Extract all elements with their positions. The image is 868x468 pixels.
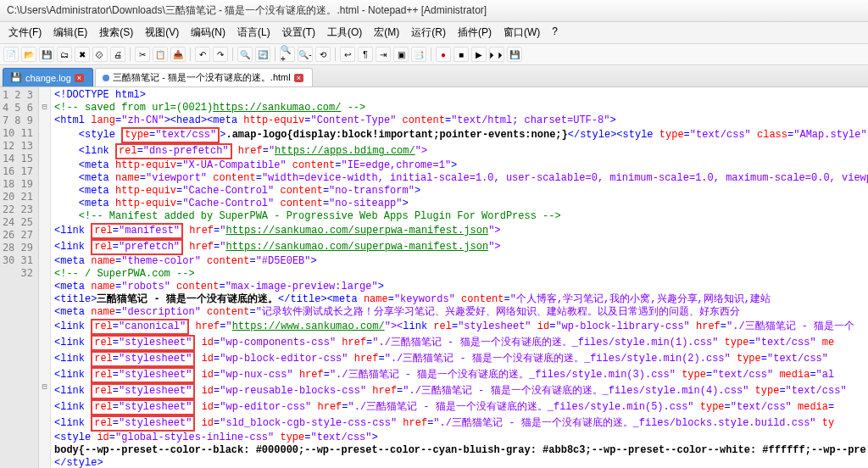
tab-close-icon[interactable]: × bbox=[75, 74, 84, 82]
code-text: link bbox=[60, 337, 91, 348]
tab-close-icon[interactable]: × bbox=[294, 74, 303, 82]
code-text: type bbox=[731, 353, 761, 365]
showall-icon[interactable]: ¶ bbox=[358, 47, 373, 62]
separator bbox=[335, 47, 336, 61]
code-text: "./三酷猫笔记 - 猫是一个没有谜底的迷。_files/blocks.styl… bbox=[433, 417, 815, 429]
code-text: link bbox=[85, 145, 115, 157]
sync-icon[interactable]: ⟲ bbox=[315, 47, 331, 62]
code-text: "./三酷猫笔记 - 猫是一个没有谜底的迷。_files/style.min(4… bbox=[403, 385, 748, 397]
code-text: = bbox=[109, 432, 115, 443]
copy-icon[interactable]: 📋 bbox=[153, 47, 168, 62]
code-text: "记录软件测试成长之路！分享学习笔记、兴趣爱好、网络知识、建站教程。以及日常遇到… bbox=[256, 306, 740, 318]
code-text: " bbox=[225, 320, 231, 332]
code-text: title bbox=[60, 293, 91, 305]
menu-run[interactable]: 运行(R) bbox=[406, 24, 451, 42]
code-text: id bbox=[195, 417, 214, 429]
menu-help[interactable]: ? bbox=[547, 24, 563, 42]
menu-tools[interactable]: 工具(O) bbox=[322, 24, 367, 42]
open-file-icon[interactable]: 📂 bbox=[21, 47, 36, 62]
redo-icon[interactable]: ↷ bbox=[213, 47, 228, 62]
code-text: media bbox=[773, 369, 810, 381]
fold-icon[interactable]: ▣ bbox=[393, 47, 409, 62]
save-icon[interactable]: 💾 bbox=[39, 47, 54, 62]
indent-icon[interactable]: ⇥ bbox=[376, 47, 391, 62]
code-text: = bbox=[342, 401, 348, 413]
menu-view[interactable]: 视图(V) bbox=[140, 24, 184, 42]
print-icon[interactable]: 🖨 bbox=[110, 47, 125, 62]
find-icon[interactable]: 🔍 bbox=[237, 47, 253, 62]
code-text: "global-styles-inline-css" bbox=[115, 432, 274, 443]
stop-icon[interactable]: ■ bbox=[453, 47, 469, 62]
code-text: http-equiv bbox=[115, 185, 176, 197]
code-text: "width=device-width, initial-scale=1.0, … bbox=[262, 172, 868, 184]
replace-icon[interactable]: 🔄 bbox=[255, 47, 270, 62]
code-text: "wp-block-library-css" bbox=[555, 320, 689, 332]
code-text: type bbox=[748, 385, 779, 397]
wordwrap-icon[interactable]: ↩ bbox=[340, 47, 355, 62]
editor-area[interactable]: 1 2 3 4 5 6 7 8 9 10 11 12 13 14 15 16 1… bbox=[0, 87, 868, 468]
play-icon[interactable]: ▶ bbox=[471, 47, 487, 62]
doc-map-icon[interactable]: 📑 bbox=[411, 47, 426, 62]
code-text: style bbox=[85, 129, 121, 141]
code-text: href bbox=[232, 145, 263, 157]
code-text: = bbox=[684, 129, 690, 141]
tab-label: 三酷猫笔记 - 猫是一个没有谜底的迷。.html bbox=[113, 71, 291, 84]
code-text: = bbox=[323, 185, 329, 197]
code-text: = bbox=[263, 145, 269, 157]
code-text: > bbox=[415, 185, 420, 197]
menu-search[interactable]: 搜索(S) bbox=[94, 24, 138, 42]
code-text: content bbox=[201, 255, 250, 267]
code-text: = bbox=[219, 281, 225, 292]
code-text: "wp-editor-css" bbox=[220, 401, 311, 413]
undo-icon[interactable]: ↶ bbox=[195, 47, 210, 62]
cut-icon[interactable]: ✂ bbox=[135, 47, 150, 62]
code-comment: <!-- / SuperPWA.com --> bbox=[54, 268, 195, 280]
code-text: meta bbox=[85, 172, 115, 184]
code-text: < bbox=[79, 172, 85, 184]
record-icon[interactable]: ● bbox=[436, 47, 451, 62]
menu-edit[interactable]: 编辑(E) bbox=[48, 24, 92, 42]
highlight-box: rel="stylesheet" bbox=[91, 383, 195, 399]
code-text: "stylesheet" bbox=[458, 320, 531, 332]
save-all-icon[interactable]: 🗂 bbox=[57, 47, 72, 62]
code-text: < bbox=[79, 198, 85, 209]
code-text: > bbox=[378, 281, 384, 292]
code-link: https://sankumao.com/ bbox=[213, 102, 341, 114]
close-icon[interactable]: ✖ bbox=[75, 47, 90, 62]
close-all-icon[interactable]: ⛒ bbox=[92, 47, 108, 62]
new-file-icon[interactable]: 📄 bbox=[3, 47, 19, 62]
code-text: content bbox=[170, 281, 220, 292]
tab-changelog[interactable]: 💾 change.log × bbox=[3, 68, 93, 86]
code-text: "IE=edge,chrome=1" bbox=[341, 159, 451, 171]
code-text: link bbox=[60, 241, 91, 253]
save-macro-icon[interactable]: 💾 bbox=[507, 47, 522, 62]
code-text: >< bbox=[320, 293, 332, 305]
code-text: link bbox=[60, 385, 91, 397]
tab-html-file[interactable]: 三酷猫笔记 - 猫是一个没有谜底的迷。.html × bbox=[95, 68, 313, 86]
menu-plugins[interactable]: 插件(P) bbox=[453, 24, 497, 42]
code-text: type bbox=[718, 337, 748, 348]
code-content[interactable]: <!DOCTYPE html> <!-- saved from url=(002… bbox=[51, 87, 868, 468]
code-text: <!-- saved from url=(0021) bbox=[54, 102, 213, 114]
zoom-out-icon[interactable]: 🔍- bbox=[298, 47, 313, 62]
highlight-box: rel="stylesheet" bbox=[91, 415, 195, 432]
code-text: lang bbox=[91, 114, 115, 126]
code-text: "text/css" bbox=[755, 337, 816, 348]
menu-window[interactable]: 窗口(W) bbox=[498, 24, 545, 42]
code-text: http-equiv bbox=[243, 114, 304, 126]
code-text: href bbox=[189, 320, 220, 332]
paste-icon[interactable]: 📥 bbox=[170, 47, 186, 62]
code-text: "text/css" bbox=[310, 432, 371, 443]
code-text: href bbox=[336, 337, 366, 348]
fold-gutter[interactable]: ⊟⊟⊟ bbox=[39, 87, 51, 468]
menu-language[interactable]: 语言(L) bbox=[232, 24, 275, 42]
replay-icon[interactable]: ⏵⏵ bbox=[489, 47, 504, 62]
code-text: "al bbox=[816, 369, 835, 381]
menu-file[interactable]: 文件(F) bbox=[3, 24, 47, 42]
menu-settings[interactable]: 设置(T) bbox=[277, 24, 320, 42]
code-text: rel bbox=[433, 320, 452, 332]
menu-macro[interactable]: 宏(M) bbox=[369, 24, 404, 42]
menu-encoding[interactable]: 编码(N) bbox=[186, 24, 231, 42]
zoom-in-icon[interactable]: 🔍+ bbox=[280, 47, 295, 62]
code-text: "max-image-preview:large" bbox=[225, 281, 378, 292]
